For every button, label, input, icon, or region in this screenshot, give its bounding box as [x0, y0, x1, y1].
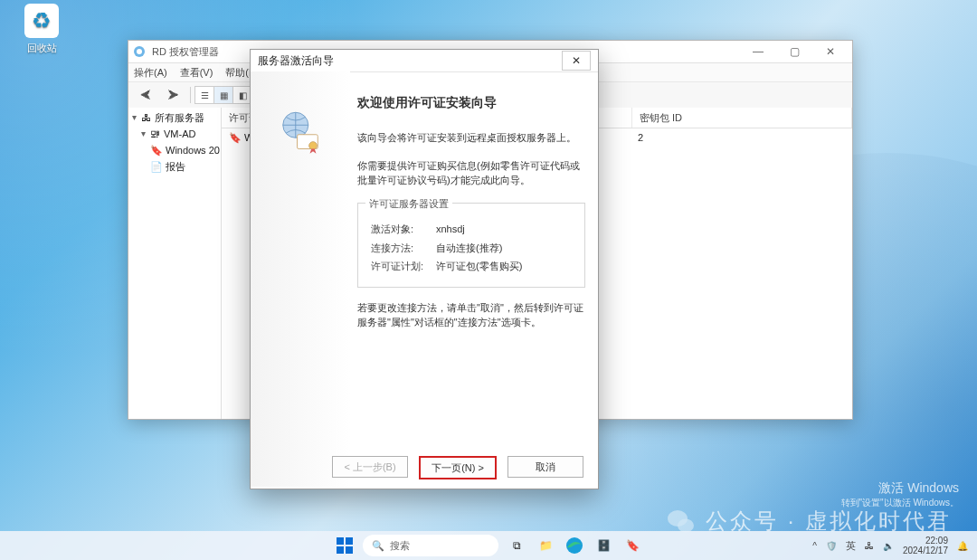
globe-cert-icon	[275, 108, 326, 158]
system-tray: ^ 🛡️ 英 🖧 🔈 22:09 2024/12/17 🔔	[812, 536, 968, 556]
toolbar-back[interactable]: ⮜	[132, 84, 159, 106]
toolbar-forward[interactable]: ⮞	[159, 84, 186, 106]
taskbar-search[interactable]: 🔍 搜索	[363, 535, 498, 556]
tree-vm[interactable]: ▾🖳VM-AD	[128, 126, 221, 142]
setting-key: 许可证计划:	[371, 259, 436, 274]
tree-win-label: Windows 20	[166, 142, 220, 158]
taskbar-center: 🔍 搜索 ⧉ 📁 🗄️ 🔖	[334, 535, 643, 556]
menu-view[interactable]: 查看(V)	[180, 66, 213, 80]
server-tree: ▾🖧所有服务器 ▾🖳VM-AD 🔖Windows 20 📄报告	[128, 108, 222, 419]
setting-row-target: 激活对象:xnhsdj	[371, 222, 597, 237]
recycle-bin-icon: ♻	[24, 4, 59, 38]
servers-icon: 🖧	[139, 111, 152, 124]
svg-rect-7	[337, 537, 344, 545]
tree-windows-license[interactable]: 🔖Windows 20	[128, 142, 221, 158]
server-manager-icon[interactable]: 🗄️	[593, 535, 614, 556]
tree-root[interactable]: ▾🖧所有服务器	[128, 109, 221, 126]
report-icon: 📄	[150, 160, 163, 173]
setting-value: 自动连接(推荐)	[436, 241, 502, 256]
cell-id: 2	[631, 128, 852, 147]
toolbar-divider	[190, 87, 191, 103]
tree-report-label: 报告	[166, 158, 185, 175]
desktop: ♻ 回收站 RD 授权管理器 — ▢ ✕ 操作(A) 查看(V) 帮助(H) ⮜…	[0, 0, 977, 560]
edge-icon[interactable]	[564, 535, 585, 556]
tree-root-label: 所有服务器	[155, 109, 204, 126]
window-title: RD 授权管理器	[152, 45, 219, 59]
task-view-icon[interactable]: ⧉	[506, 535, 527, 556]
wizard-side-graphic	[251, 71, 350, 487]
wizard-paragraph: 你需要提供许可证购买信息(例如零售许可证代码或批量许可证协议号码)才能完成此向导…	[357, 158, 585, 188]
svg-point-11	[566, 537, 583, 554]
desktop-icon-recycle[interactable]: ♻ 回收站	[13, 4, 71, 55]
svg-point-4	[309, 142, 318, 150]
wizard-titlebar[interactable]: 服务器激活向导 ✕	[251, 50, 598, 72]
tray-security-icon[interactable]: 🛡️	[826, 541, 837, 551]
menu-action[interactable]: 操作(A)	[134, 66, 167, 80]
min-button[interactable]: —	[740, 42, 776, 62]
cert-icon: 🔖	[229, 131, 242, 144]
taskbar-clock[interactable]: 22:09 2024/12/17	[903, 536, 948, 556]
wizard-content: 欢迎使用许可证安装向导 该向导会将许可证安装到远程桌面授权服务器上。 你需要提供…	[350, 71, 598, 451]
network-icon[interactable]: 🖧	[865, 541, 874, 551]
wizard-heading: 欢迎使用许可证安装向导	[357, 93, 585, 112]
cert-icon: 🔖	[150, 144, 163, 157]
setting-value: xnhsdj	[436, 222, 465, 237]
tree-report[interactable]: 📄报告	[128, 158, 221, 175]
settings-caption: 许可证服务器设置	[365, 196, 452, 212]
tray-overflow[interactable]: ^	[812, 541, 817, 551]
setting-value: 许可证包(零售购买)	[436, 259, 522, 274]
wizard-paragraph: 该向导会将许可证安装到远程桌面授权服务器上。	[357, 130, 585, 146]
close-button[interactable]: ✕	[812, 42, 849, 62]
explorer-icon[interactable]: 📁	[535, 535, 556, 556]
start-button[interactable]	[334, 535, 356, 556]
back-button: < 上一步(B)	[332, 456, 408, 478]
rd-license-icon[interactable]: 🔖	[621, 535, 643, 556]
wizard-button-row: < 上一步(B) 下一页(N) > 取消	[251, 456, 598, 479]
setting-row-connection: 连接方法:自动连接(推荐)	[371, 241, 597, 256]
max-button[interactable]: ▢	[776, 42, 812, 62]
next-button[interactable]: 下一页(N) >	[419, 456, 497, 479]
taskbar: 🔍 搜索 ⧉ 📁 🗄️ 🔖 ^ 🛡️ 英 🖧 🔈 22:09 2024/12/1…	[0, 531, 977, 560]
svg-point-1	[137, 49, 142, 54]
view-detail-icon[interactable]: ▦	[213, 86, 233, 104]
setting-key: 连接方法:	[371, 241, 436, 256]
search-icon: 🔍	[372, 540, 384, 552]
wizard-close-button[interactable]: ✕	[562, 51, 591, 71]
recycle-bin-label: 回收站	[13, 42, 71, 55]
wizard-note: 若要更改连接方法，请单击"取消"，然后转到许可证服务器"属性"对话框的"连接方法…	[357, 300, 585, 330]
settings-group: 许可证服务器设置 激活对象:xnhsdj 连接方法:自动连接(推荐) 许可证计划…	[357, 203, 585, 288]
setting-key: 激活对象:	[371, 222, 436, 237]
volume-icon[interactable]: 🔈	[883, 541, 894, 551]
clock-time: 22:09	[903, 536, 948, 546]
svg-rect-10	[346, 546, 353, 554]
search-placeholder: 搜索	[390, 539, 410, 553]
setting-row-plan: 许可证计划:许可证包(零售购买)	[371, 259, 597, 274]
col-keypack[interactable]: 密钥包 ID	[632, 108, 852, 128]
svg-rect-8	[346, 537, 353, 545]
activate-title: 激活 Windows	[841, 480, 959, 497]
wizard-title: 服务器激活向导	[258, 53, 334, 69]
clock-date: 2024/12/17	[903, 546, 948, 556]
app-icon	[132, 44, 147, 59]
dialog-license-install-wizard: 服务器激活向导 ✕ 欢迎使用许可证安装向导 该向导会将许可证安装到远程桌面授权服…	[250, 49, 599, 489]
svg-rect-9	[337, 546, 344, 554]
cancel-button[interactable]: 取消	[507, 456, 583, 478]
ime-indicator[interactable]: 英	[846, 539, 856, 553]
view-list-icon[interactable]: ☰	[194, 86, 214, 104]
tree-vm-label: VM-AD	[164, 126, 195, 142]
server-icon: 🖳	[148, 128, 161, 140]
notifications-icon[interactable]: 🔔	[957, 541, 968, 551]
